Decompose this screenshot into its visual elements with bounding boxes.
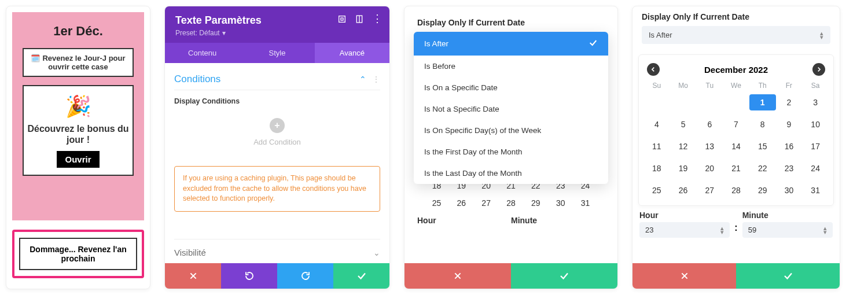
- condition-calendar-panel: Display Only If Current Date Is After ▴▾…: [632, 6, 840, 289]
- calendar-day[interactable]: 5: [670, 116, 697, 132]
- more-icon[interactable]: ⋮: [372, 14, 382, 26]
- calendar-day[interactable]: 30: [548, 198, 573, 208]
- redo-button[interactable]: [277, 263, 333, 289]
- confetti-icon: 🎉: [65, 94, 91, 119]
- calendar-day[interactable]: 28: [499, 198, 524, 208]
- condition-heading: Display Only If Current Date: [642, 12, 830, 21]
- calendar-day[interactable]: 8: [749, 116, 776, 132]
- minute-label: Minute: [511, 216, 605, 225]
- action-footer: [404, 263, 617, 289]
- weekday-label: Mo: [670, 82, 697, 90]
- calendar-day[interactable]: 20: [696, 160, 723, 176]
- calendar-day[interactable]: 25: [424, 198, 449, 208]
- calendar-day[interactable]: 7: [723, 116, 749, 132]
- calendar-day[interactable]: 30: [776, 182, 803, 198]
- dropdown-option[interactable]: Is the Last Day of the Month: [414, 163, 608, 184]
- settings-tabs: Contenu Style Avancé: [165, 43, 389, 63]
- expand-icon[interactable]: [337, 14, 347, 26]
- dropdown-option[interactable]: Is Before: [414, 56, 608, 77]
- calendar-day[interactable]: 3: [802, 94, 829, 110]
- preset-label: Preset: Défaut: [175, 29, 220, 37]
- missed-box[interactable]: Dommage... Revenez l'an prochain: [19, 238, 137, 270]
- undo-button[interactable]: [221, 263, 277, 289]
- time-inputs: Hour 23 ▴▾ : Minute 59 ▴▾: [632, 211, 840, 244]
- tab-content[interactable]: Contenu: [165, 43, 240, 63]
- tab-style[interactable]: Style: [240, 43, 314, 63]
- calendar-day[interactable]: 26: [449, 198, 474, 208]
- tab-advanced[interactable]: Avancé: [315, 43, 389, 63]
- calendar-day[interactable]: 27: [696, 182, 723, 198]
- hour-input[interactable]: 23 ▴▾: [639, 222, 730, 238]
- layout-icon[interactable]: [355, 14, 364, 26]
- open-button[interactable]: Ouvrir: [57, 151, 99, 168]
- dropdown-option[interactable]: Is the First Day of the Month: [414, 141, 608, 163]
- condition-select[interactable]: Is After ▴▾: [642, 26, 830, 44]
- dropdown-option[interactable]: Is After: [414, 32, 608, 56]
- calendar-day[interactable]: 31: [573, 198, 598, 208]
- preset-selector[interactable]: Preset: Défaut ▾: [175, 29, 379, 37]
- calendar-days-grid: 1234567891011121314151617181920212223242…: [643, 94, 829, 198]
- calendar-day[interactable]: 22: [749, 160, 776, 176]
- calendar-day[interactable]: 12: [670, 138, 697, 154]
- save-button[interactable]: [511, 263, 617, 289]
- settings-header: Texte Paramètres Preset: Défaut ▾ ⋮: [165, 6, 389, 43]
- calendar-day[interactable]: 19: [670, 160, 697, 176]
- calendar-day[interactable]: 18: [643, 160, 670, 176]
- calendar-day[interactable]: 25: [643, 182, 670, 198]
- next-month-button[interactable]: [812, 63, 825, 76]
- add-condition[interactable]: + Add Condition: [174, 118, 380, 146]
- settings-panel: Texte Paramètres Preset: Défaut ▾ ⋮ Cont…: [164, 6, 390, 289]
- dropdown-area: 1819202122232425262728293031 Is AfterIs …: [414, 32, 608, 208]
- calendar-day[interactable]: 15: [749, 138, 776, 154]
- calendar-day[interactable]: 27: [474, 198, 499, 208]
- calendar-day[interactable]: 17: [802, 138, 829, 154]
- calendar: December 2022 SuMoTuWeThFrSa 12345678910…: [638, 54, 834, 206]
- action-footer: [165, 263, 389, 289]
- weekday-label: Tu: [696, 82, 723, 90]
- time-colon: :: [734, 223, 737, 238]
- action-footer: [632, 263, 840, 289]
- calendar-day[interactable]: 16: [776, 138, 803, 154]
- add-condition-label: Add Condition: [253, 138, 301, 146]
- calendar-day[interactable]: 10: [802, 116, 829, 132]
- settings-body: Conditions ⌃ ⋮ Display Conditions + Add …: [165, 63, 389, 263]
- cancel-button[interactable]: [404, 263, 511, 289]
- dropdown-option[interactable]: Is Not a Specific Date: [414, 98, 608, 120]
- minute-input[interactable]: 59 ▴▾: [742, 222, 833, 238]
- calendar-day[interactable]: 26: [670, 182, 697, 198]
- calendar-day[interactable]: 29: [749, 182, 776, 198]
- condition-heading: Display Only If Current Date: [417, 18, 608, 27]
- visibility-section-header[interactable]: Visibilité ⌄: [174, 239, 380, 263]
- dropdown-option[interactable]: Is On a Specific Date: [414, 77, 608, 98]
- hour-value: 23: [645, 226, 653, 234]
- cancel-button[interactable]: [632, 263, 736, 289]
- calendar-day[interactable]: 14: [723, 138, 749, 154]
- save-button[interactable]: [736, 263, 840, 289]
- dropdown-icon: ▾: [222, 29, 226, 37]
- calendar-header: December 2022: [643, 61, 829, 82]
- calendar-day[interactable]: 1: [749, 94, 776, 110]
- calendar-day[interactable]: 24: [802, 160, 829, 176]
- section-more-icon[interactable]: ⋮: [372, 75, 380, 84]
- stepper-icon: ▴▾: [720, 226, 724, 234]
- calendar-day[interactable]: 28: [723, 182, 749, 198]
- chevron-up-icon[interactable]: ⌃: [359, 75, 366, 84]
- calendar-day[interactable]: 29: [523, 198, 548, 208]
- calendar-day[interactable]: 9: [776, 116, 803, 132]
- calendar-day[interactable]: 4: [643, 116, 670, 132]
- weekday-label: Sa: [802, 82, 829, 90]
- dropdown-option[interactable]: Is On Specific Day(s) of the Week: [414, 120, 608, 141]
- conditions-section-header[interactable]: Conditions ⌃ ⋮: [174, 73, 380, 90]
- calendar-day[interactable]: 6: [696, 116, 723, 132]
- cancel-button[interactable]: [165, 263, 221, 289]
- calendar-day[interactable]: 13: [696, 138, 723, 154]
- prev-month-button[interactable]: [647, 63, 660, 76]
- calendar-day[interactable]: 23: [776, 160, 803, 176]
- calendar-day[interactable]: 31: [802, 182, 829, 198]
- hour-minute-labels: Hour Minute: [404, 208, 617, 228]
- calendar-day[interactable]: 11: [643, 138, 670, 154]
- save-button[interactable]: [333, 263, 389, 289]
- hour-label: Hour: [417, 216, 511, 225]
- calendar-day[interactable]: 2: [776, 94, 803, 110]
- calendar-day[interactable]: 21: [723, 160, 749, 176]
